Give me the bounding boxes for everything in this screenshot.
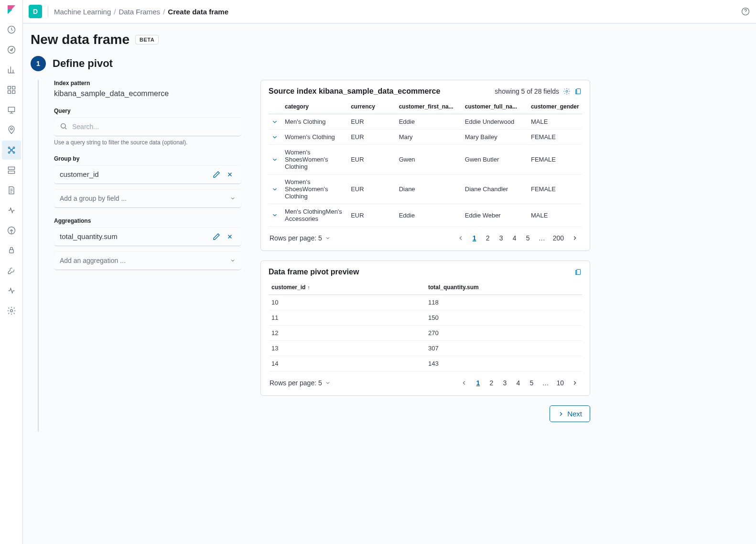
- page-number[interactable]: 4: [512, 376, 524, 390]
- chevron-down-icon[interactable]: [230, 195, 236, 203]
- cell-gender: FEMALE: [528, 130, 582, 145]
- gear-icon[interactable]: [563, 87, 571, 95]
- page-number[interactable]: 3: [499, 376, 510, 390]
- table-row: Men's ClothingEUREddieEddie UnderwoodMAL…: [269, 114, 582, 130]
- page-number[interactable]: 5: [526, 376, 537, 390]
- nav-dev-tools-icon[interactable]: [2, 261, 21, 280]
- svg-rect-21: [577, 89, 581, 94]
- nav-discover-icon[interactable]: [2, 40, 21, 59]
- next-button[interactable]: Next: [550, 405, 590, 422]
- column-header[interactable]: currency: [348, 99, 396, 114]
- space-selector[interactable]: D: [29, 5, 42, 18]
- cell-customer-id: 12: [269, 326, 425, 341]
- cell-total-quantity-sum: 307: [425, 341, 582, 356]
- breadcrumb-item-current: Create data frame: [168, 8, 228, 16]
- column-header[interactable]: customer_gender: [528, 99, 582, 114]
- page-number[interactable]: 3: [496, 231, 507, 245]
- page-number[interactable]: 2: [486, 376, 497, 390]
- rows-per-page-select[interactable]: Rows per page: 5: [270, 234, 331, 242]
- nav-management-icon[interactable]: [2, 301, 21, 320]
- expand-row-icon[interactable]: [271, 186, 279, 193]
- nav-monitoring-icon[interactable]: [2, 281, 21, 300]
- cell-first-name: Gwen: [396, 145, 462, 174]
- expand-row-icon[interactable]: [271, 156, 279, 163]
- edit-icon[interactable]: [210, 230, 223, 243]
- page-number[interactable]: 1: [469, 231, 480, 245]
- cell-customer-id: 14: [269, 356, 425, 371]
- page-number[interactable]: 5: [522, 231, 534, 245]
- breadcrumb-item[interactable]: Machine Learning: [54, 8, 111, 16]
- kibana-logo[interactable]: [6, 4, 17, 15]
- expand-row-icon[interactable]: [271, 134, 279, 141]
- svg-point-12: [11, 149, 12, 151]
- nav-dashboard-icon[interactable]: [2, 80, 21, 99]
- beta-badge: BETA: [135, 35, 159, 44]
- expand-row-icon[interactable]: [271, 212, 279, 218]
- cell-gender: MALE: [528, 204, 582, 227]
- clipboard-icon[interactable]: [574, 87, 582, 95]
- nav-machine-learning-icon[interactable]: [2, 141, 21, 160]
- breadcrumb-item[interactable]: Data Frames: [119, 8, 160, 16]
- nav-apm-icon[interactable]: [2, 201, 21, 220]
- page-number[interactable]: 200: [550, 231, 567, 245]
- rows-per-page-select[interactable]: Rows per page: 5: [270, 379, 331, 387]
- fields-showing-text: showing 5 of 28 fields: [495, 87, 559, 95]
- column-header[interactable]: total_quantity.sum: [425, 280, 582, 295]
- column-header-sorted[interactable]: customer_id↑: [269, 280, 425, 295]
- page-number[interactable]: 4: [509, 231, 520, 245]
- column-header[interactable]: category: [282, 99, 348, 114]
- column-header[interactable]: customer_full_na...: [462, 99, 528, 114]
- svg-point-9: [13, 147, 14, 148]
- nav-infrastructure-icon[interactable]: [2, 161, 21, 180]
- aggregation-value: total_quantity.sum: [60, 232, 210, 240]
- svg-point-7: [10, 128, 12, 130]
- svg-rect-3: [12, 87, 15, 89]
- svg-point-19: [61, 124, 65, 128]
- query-input[interactable]: [54, 117, 241, 136]
- preview-panel: Data frame pivot preview customer_id↑: [260, 261, 590, 396]
- page-number[interactable]: 10: [553, 376, 567, 390]
- cell-gender: MALE: [528, 114, 582, 130]
- nav-visualize-icon[interactable]: [2, 60, 21, 79]
- cell-currency: EUR: [348, 174, 396, 204]
- edit-icon[interactable]: [210, 168, 223, 181]
- svg-point-11: [13, 152, 14, 153]
- page-prev[interactable]: [454, 231, 467, 245]
- cell-gender: FEMALE: [528, 174, 582, 204]
- aggregation-pill: total_quantity.sum: [54, 227, 241, 246]
- preview-table: customer_id↑ total_quantity.sum 10118111…: [269, 280, 582, 371]
- help-icon[interactable]: [741, 7, 750, 16]
- cell-customer-id: 10: [269, 295, 425, 310]
- cell-currency: EUR: [348, 114, 396, 130]
- remove-icon[interactable]: [223, 230, 237, 243]
- nav-logs-icon[interactable]: [2, 181, 21, 200]
- page-number[interactable]: 2: [482, 231, 494, 245]
- remove-icon[interactable]: [223, 168, 237, 181]
- nav-uptime-icon[interactable]: [2, 221, 21, 240]
- svg-rect-24: [576, 271, 577, 275]
- aggregation-add-input[interactable]: [54, 251, 241, 270]
- side-nav: [0, 0, 23, 544]
- column-header[interactable]: customer_first_na...: [396, 99, 462, 114]
- page-prev[interactable]: [458, 376, 470, 390]
- nav-maps-icon[interactable]: [2, 120, 21, 140]
- svg-point-20: [566, 90, 568, 92]
- nav-canvas-icon[interactable]: [2, 100, 21, 120]
- page-next[interactable]: [569, 231, 581, 245]
- svg-rect-4: [8, 91, 11, 94]
- nav-siem-icon[interactable]: [2, 241, 21, 260]
- table-row: Women's ShoesWomen's ClothingEURGwenGwen…: [269, 145, 582, 174]
- group-by-pill: customer_id: [54, 165, 241, 184]
- svg-rect-14: [8, 171, 14, 174]
- clipboard-icon[interactable]: [574, 268, 582, 276]
- group-by-add-input[interactable]: [54, 189, 241, 208]
- nav-recent-icon[interactable]: [2, 20, 21, 39]
- page-number[interactable]: 1: [472, 376, 484, 390]
- step-title: Define pivot: [53, 57, 113, 70]
- page-next[interactable]: [569, 376, 581, 390]
- chevron-down-icon[interactable]: [230, 257, 236, 265]
- expand-row-icon[interactable]: [271, 119, 279, 125]
- svg-point-10: [8, 152, 10, 153]
- table-row: 11150: [269, 310, 582, 326]
- table-row: Women's ClothingEURMaryMary BaileyFEMALE: [269, 130, 582, 145]
